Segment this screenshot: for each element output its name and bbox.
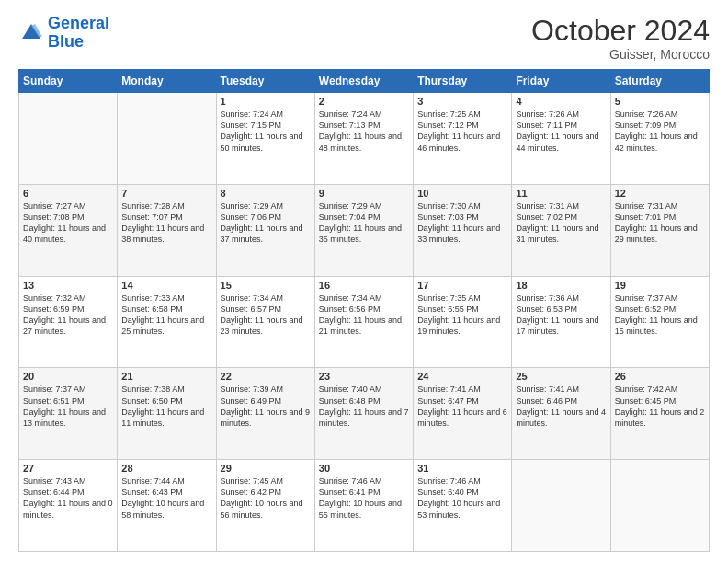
day-number: 26 (615, 371, 705, 382)
day-header-tuesday: Tuesday (216, 70, 314, 93)
day-number: 23 (319, 371, 409, 382)
cell-details: Sunrise: 7:30 AM Sunset: 7:03 PM Dayligh… (417, 201, 507, 246)
calendar-cell (610, 460, 709, 552)
logo-icon (18, 20, 44, 46)
cell-details: Sunrise: 7:38 AM Sunset: 6:50 PM Dayligh… (121, 384, 211, 429)
day-number: 22 (221, 371, 311, 382)
logo-general: General (48, 14, 109, 32)
cell-details: Sunrise: 7:37 AM Sunset: 6:52 PM Dayligh… (615, 293, 705, 338)
calendar-week-2: 6Sunrise: 7:27 AM Sunset: 7:08 PM Daylig… (19, 184, 710, 276)
day-number: 1 (221, 96, 311, 107)
cell-details: Sunrise: 7:34 AM Sunset: 6:57 PM Dayligh… (221, 293, 311, 338)
cell-details: Sunrise: 7:29 AM Sunset: 7:04 PM Dayligh… (319, 201, 409, 246)
calendar-cell: 27Sunrise: 7:43 AM Sunset: 6:44 PM Dayli… (19, 460, 118, 552)
day-number: 21 (121, 371, 211, 382)
day-number: 8 (221, 188, 311, 199)
cell-details: Sunrise: 7:25 AM Sunset: 7:12 PM Dayligh… (417, 109, 507, 154)
day-number: 27 (23, 463, 113, 474)
calendar-cell: 26Sunrise: 7:42 AM Sunset: 6:45 PM Dayli… (610, 368, 709, 460)
day-number: 2 (319, 96, 409, 107)
calendar-week-5: 27Sunrise: 7:43 AM Sunset: 6:44 PM Dayli… (19, 460, 710, 552)
calendar-cell: 20Sunrise: 7:37 AM Sunset: 6:51 PM Dayli… (19, 368, 118, 460)
calendar-cell: 12Sunrise: 7:31 AM Sunset: 7:01 PM Dayli… (610, 184, 709, 276)
day-header-monday: Monday (118, 70, 216, 93)
day-header-friday: Friday (512, 70, 610, 93)
cell-details: Sunrise: 7:32 AM Sunset: 6:59 PM Dayligh… (23, 293, 113, 338)
day-number: 9 (319, 188, 409, 199)
calendar-cell: 31Sunrise: 7:46 AM Sunset: 6:40 PM Dayli… (414, 460, 512, 552)
cell-details: Sunrise: 7:34 AM Sunset: 6:56 PM Dayligh… (319, 293, 409, 338)
day-number: 5 (615, 96, 705, 107)
calendar-cell: 29Sunrise: 7:45 AM Sunset: 6:42 PM Dayli… (216, 460, 314, 552)
cell-details: Sunrise: 7:31 AM Sunset: 7:02 PM Dayligh… (516, 201, 606, 246)
cell-details: Sunrise: 7:40 AM Sunset: 6:48 PM Dayligh… (319, 384, 409, 429)
cell-details: Sunrise: 7:31 AM Sunset: 7:01 PM Dayligh… (615, 201, 705, 246)
cell-details: Sunrise: 7:45 AM Sunset: 6:42 PM Dayligh… (221, 476, 311, 521)
day-number: 25 (516, 371, 606, 382)
logo-blue: Blue (48, 32, 84, 51)
header-row: SundayMondayTuesdayWednesdayThursdayFrid… (19, 70, 710, 93)
day-number: 24 (417, 371, 507, 382)
calendar-cell (118, 93, 216, 185)
day-header-wednesday: Wednesday (314, 70, 413, 93)
logo-text: General Blue (48, 15, 109, 52)
day-number: 12 (615, 188, 705, 199)
cell-details: Sunrise: 7:46 AM Sunset: 6:40 PM Dayligh… (417, 476, 507, 521)
cell-details: Sunrise: 7:36 AM Sunset: 6:53 PM Dayligh… (516, 293, 606, 338)
calendar-cell: 9Sunrise: 7:29 AM Sunset: 7:04 PM Daylig… (314, 184, 413, 276)
cell-details: Sunrise: 7:42 AM Sunset: 6:45 PM Dayligh… (615, 384, 705, 429)
day-number: 29 (221, 463, 311, 474)
cell-details: Sunrise: 7:26 AM Sunset: 7:11 PM Dayligh… (516, 109, 606, 154)
calendar-cell (19, 93, 118, 185)
cell-details: Sunrise: 7:29 AM Sunset: 7:06 PM Dayligh… (221, 201, 311, 246)
calendar-cell: 14Sunrise: 7:33 AM Sunset: 6:58 PM Dayli… (118, 276, 216, 368)
cell-details: Sunrise: 7:26 AM Sunset: 7:09 PM Dayligh… (615, 109, 705, 154)
day-number: 4 (516, 96, 606, 107)
calendar-cell: 25Sunrise: 7:41 AM Sunset: 6:46 PM Dayli… (512, 368, 610, 460)
cell-details: Sunrise: 7:43 AM Sunset: 6:44 PM Dayligh… (23, 476, 113, 521)
cell-details: Sunrise: 7:27 AM Sunset: 7:08 PM Dayligh… (23, 201, 113, 246)
calendar-week-3: 13Sunrise: 7:32 AM Sunset: 6:59 PM Dayli… (19, 276, 710, 368)
calendar-cell: 5Sunrise: 7:26 AM Sunset: 7:09 PM Daylig… (610, 93, 709, 185)
day-number: 7 (121, 188, 211, 199)
calendar-cell: 28Sunrise: 7:44 AM Sunset: 6:43 PM Dayli… (118, 460, 216, 552)
calendar-cell: 13Sunrise: 7:32 AM Sunset: 6:59 PM Dayli… (19, 276, 118, 368)
cell-details: Sunrise: 7:35 AM Sunset: 6:55 PM Dayligh… (417, 293, 507, 338)
day-number: 18 (516, 280, 606, 291)
cell-details: Sunrise: 7:41 AM Sunset: 6:46 PM Dayligh… (516, 384, 606, 429)
day-number: 28 (121, 463, 211, 474)
calendar-cell: 10Sunrise: 7:30 AM Sunset: 7:03 PM Dayli… (414, 184, 512, 276)
calendar-week-1: 1Sunrise: 7:24 AM Sunset: 7:15 PM Daylig… (19, 93, 710, 185)
day-number: 17 (417, 280, 507, 291)
cell-details: Sunrise: 7:39 AM Sunset: 6:49 PM Dayligh… (221, 384, 311, 429)
header: General Blue October 2024 Guisser, Moroc… (18, 15, 710, 62)
day-number: 19 (615, 280, 705, 291)
day-number: 16 (319, 280, 409, 291)
calendar-cell: 18Sunrise: 7:36 AM Sunset: 6:53 PM Dayli… (512, 276, 610, 368)
calendar-cell: 22Sunrise: 7:39 AM Sunset: 6:49 PM Dayli… (216, 368, 314, 460)
day-number: 14 (121, 280, 211, 291)
day-number: 11 (516, 188, 606, 199)
calendar-cell: 2Sunrise: 7:24 AM Sunset: 7:13 PM Daylig… (314, 93, 413, 185)
calendar-cell: 6Sunrise: 7:27 AM Sunset: 7:08 PM Daylig… (19, 184, 118, 276)
cell-details: Sunrise: 7:46 AM Sunset: 6:41 PM Dayligh… (319, 476, 409, 521)
calendar-cell: 21Sunrise: 7:38 AM Sunset: 6:50 PM Dayli… (118, 368, 216, 460)
day-number: 31 (417, 463, 507, 474)
calendar-week-4: 20Sunrise: 7:37 AM Sunset: 6:51 PM Dayli… (19, 368, 710, 460)
cell-details: Sunrise: 7:44 AM Sunset: 6:43 PM Dayligh… (121, 476, 211, 521)
cell-details: Sunrise: 7:33 AM Sunset: 6:58 PM Dayligh… (121, 293, 211, 338)
month-title: October 2024 (531, 15, 710, 47)
calendar-cell: 30Sunrise: 7:46 AM Sunset: 6:41 PM Dayli… (314, 460, 413, 552)
day-number: 15 (221, 280, 311, 291)
cell-details: Sunrise: 7:28 AM Sunset: 7:07 PM Dayligh… (121, 201, 211, 246)
cell-details: Sunrise: 7:24 AM Sunset: 7:13 PM Dayligh… (319, 109, 409, 154)
day-number: 6 (23, 188, 113, 199)
calendar-cell: 19Sunrise: 7:37 AM Sunset: 6:52 PM Dayli… (610, 276, 709, 368)
page: General Blue October 2024 Guisser, Moroc… (0, 0, 728, 563)
day-header-sunday: Sunday (19, 70, 118, 93)
calendar-cell: 23Sunrise: 7:40 AM Sunset: 6:48 PM Dayli… (314, 368, 413, 460)
calendar-cell: 24Sunrise: 7:41 AM Sunset: 6:47 PM Dayli… (414, 368, 512, 460)
calendar-cell: 4Sunrise: 7:26 AM Sunset: 7:11 PM Daylig… (512, 93, 610, 185)
day-number: 3 (417, 96, 507, 107)
day-header-thursday: Thursday (414, 70, 512, 93)
